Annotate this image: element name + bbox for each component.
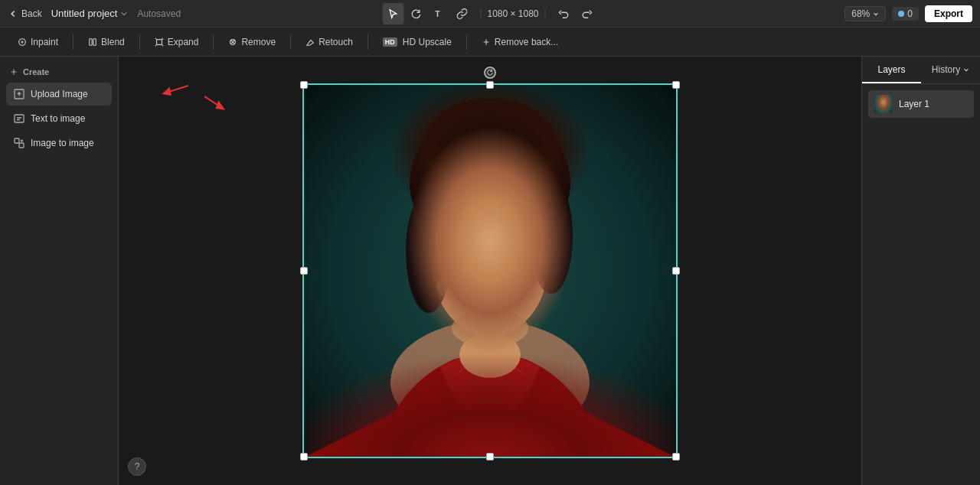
remove-back-label: Remove back... [495, 37, 558, 47]
svg-point-33 [530, 179, 573, 294]
svg-point-15 [410, 110, 570, 256]
image-to-image-label: Image to image [31, 138, 94, 148]
blend-button[interactable]: Blend [80, 33, 133, 51]
toolbar-sep-3 [213, 34, 214, 50]
tab-layers[interactable]: Layers [862, 57, 921, 83]
svg-rect-8 [15, 138, 19, 143]
toolbar-sep-1 [73, 34, 74, 50]
svg-point-38 [498, 174, 559, 220]
layer-item-1[interactable]: Layer 1 [868, 90, 974, 118]
user-count: 0 [907, 8, 913, 19]
layer-1-name: Layer 1 [899, 99, 929, 109]
svg-point-20 [444, 187, 536, 240]
expand-label: Expand [168, 37, 199, 47]
create-label: Create [23, 67, 49, 76]
retouch-label: Retouch [318, 37, 353, 47]
back-label: Back [21, 8, 42, 19]
svg-rect-14 [302, 83, 678, 458]
svg-point-28 [517, 259, 519, 261]
main-area: Create Upload Image Text to image Image … [0, 57, 980, 485]
text-to-image-label: Text to image [31, 113, 85, 124]
canvas-image [302, 83, 678, 458]
svg-rect-9 [19, 143, 24, 148]
svg-text:T: T [435, 9, 440, 18]
edit-toolbar: Inpaint Blend Expand Remove Retouch HD H… [0, 28, 980, 57]
topbar-right: 68% 0 Export [844, 5, 972, 22]
sidebar-item-text-to-image[interactable]: Text to image [6, 107, 112, 130]
svg-point-26 [513, 258, 519, 264]
hd-upscale-button[interactable]: HD HD Upscale [374, 33, 460, 51]
svg-point-25 [467, 258, 473, 264]
create-section-title: Create [6, 64, 112, 83]
help-label: ? [135, 461, 140, 472]
svg-rect-4 [156, 39, 162, 44]
svg-rect-2 [90, 38, 92, 45]
svg-point-35 [459, 332, 521, 378]
autosaved-status: Autosaved [137, 8, 181, 19]
canvas-dimensions: 1080 × 1080 [480, 8, 545, 19]
svg-point-22 [501, 256, 525, 266]
svg-point-40 [448, 221, 494, 252]
svg-point-27 [471, 259, 473, 261]
help-button[interactable]: ? [128, 457, 146, 476]
svg-point-36 [436, 272, 475, 300]
text-tool-icon[interactable]: T [428, 3, 449, 24]
hd-upscale-label: HD Upscale [403, 37, 452, 47]
svg-point-19 [436, 190, 544, 313]
svg-point-39 [498, 171, 551, 210]
export-button[interactable]: Export [925, 5, 972, 22]
zoom-value: 68% [851, 8, 870, 19]
svg-point-34 [425, 152, 555, 252]
upload-image-label: Upload Image [31, 89, 88, 99]
toolbar-sep-2 [139, 34, 140, 50]
retouch-button[interactable]: Retouch [297, 33, 361, 51]
history-tab-label: History [932, 64, 960, 75]
canvas-container[interactable] [302, 83, 678, 458]
layer-1-thumbnail [874, 95, 893, 113]
canvas-area[interactable]: ? [119, 57, 861, 485]
svg-point-23 [464, 256, 475, 266]
select-tool-icon[interactable] [382, 3, 403, 24]
right-panel-header: Layers History [862, 57, 980, 84]
handle-rotate[interactable] [484, 67, 496, 79]
svg-rect-13 [302, 83, 678, 458]
back-button[interactable]: Back [8, 8, 42, 19]
svg-point-16 [421, 99, 559, 206]
topbar-center-tools: T 1080 × 1080 [382, 3, 597, 24]
layers-list: Layer 1 [862, 84, 980, 124]
zoom-control[interactable]: 68% [844, 6, 886, 21]
inpaint-button[interactable]: Inpaint [9, 33, 67, 51]
redo-icon[interactable] [577, 3, 598, 24]
blend-label: Blend [101, 37, 125, 47]
remove-label: Remove [241, 37, 276, 47]
sidebar-item-image-to-image[interactable]: Image to image [6, 132, 112, 155]
toolbar-sep-5 [368, 34, 368, 50]
topbar: Back Untitled project Autosaved T [0, 0, 980, 28]
project-title[interactable]: Untitled project [51, 8, 118, 19]
remove-back-button[interactable]: Remove back... [473, 33, 567, 51]
right-panel: Layers History Layer 1 [861, 57, 980, 485]
svg-point-37 [505, 272, 544, 300]
toolbar-sep-6 [466, 34, 467, 50]
project-title-area: Untitled project [51, 8, 129, 19]
svg-point-18 [433, 198, 547, 336]
svg-rect-3 [93, 38, 96, 45]
expand-button[interactable]: Expand [146, 33, 207, 51]
remove-button[interactable]: Remove [220, 33, 284, 51]
link-tool-icon[interactable] [451, 3, 472, 24]
left-sidebar: Create Upload Image Text to image Image … [0, 57, 119, 485]
svg-point-30 [492, 294, 501, 300]
inpaint-label: Inpaint [31, 37, 58, 47]
user-badge: 0 [892, 7, 919, 21]
rotate-tool-icon[interactable] [405, 3, 426, 24]
sidebar-item-upload-image[interactable]: Upload Image [6, 83, 112, 106]
toolbar-sep-4 [290, 34, 291, 50]
svg-line-11 [164, 86, 188, 93]
rotate-circle-icon [484, 67, 496, 79]
user-dot [898, 11, 904, 17]
tab-history[interactable]: History [921, 57, 980, 83]
svg-point-24 [510, 256, 521, 266]
svg-point-32 [406, 190, 452, 313]
undo-icon[interactable] [554, 3, 575, 24]
layers-tab-label: Layers [877, 64, 905, 75]
